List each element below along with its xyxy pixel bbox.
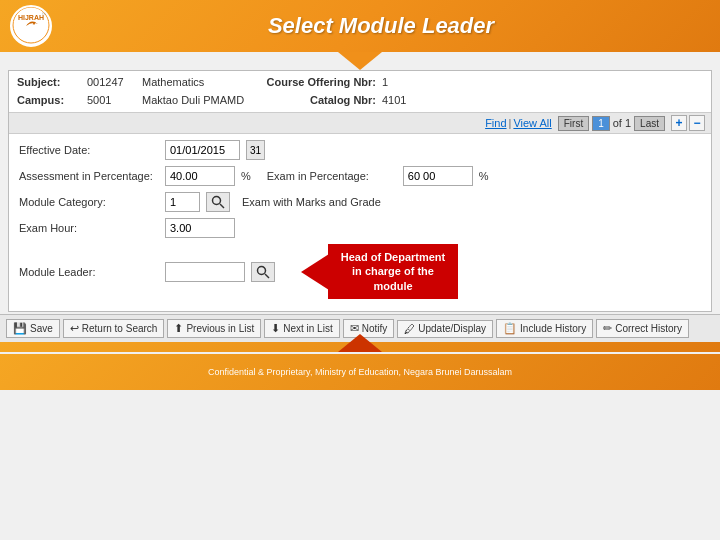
update-button[interactable]: 🖊 Update/Display [397, 320, 493, 338]
subject-info: Subject: 001247 Mathematics Course Offer… [9, 71, 711, 113]
previous-button[interactable]: ⬆ Previous in List [167, 319, 261, 338]
exam-hour-label: Exam Hour: [19, 222, 159, 234]
find-link[interactable]: Find [485, 117, 506, 129]
subject-label: Subject: [17, 74, 87, 92]
previous-icon: ⬆ [174, 322, 183, 335]
tooltip-container: Head of Department in charge of the modu… [301, 244, 458, 299]
module-category-label: Module Category: [19, 196, 159, 208]
save-button[interactable]: 💾 Save [6, 319, 60, 338]
subject-row-2: Campus: 5001 Maktao Duli PMAMD Catalog N… [17, 92, 703, 110]
correct-label: Correct History [615, 323, 682, 334]
assessment-unit: % [241, 170, 251, 182]
expand-btns: + − [671, 115, 705, 131]
svg-line-5 [220, 204, 224, 208]
next-label: Next in List [283, 323, 332, 334]
first-btn[interactable]: First [558, 116, 589, 131]
effective-date-row: Effective Date: 31 [19, 140, 701, 160]
save-label: Save [30, 323, 53, 334]
nav-pagination: First 1 of 1 Last [558, 116, 665, 131]
correct-history-button[interactable]: ✏ Correct History [596, 319, 689, 338]
assessment-row: Assessment in Percentage: % Exam in Perc… [19, 166, 701, 186]
include-history-button[interactable]: 📋 Include History [496, 319, 593, 338]
tooltip-text: Head of Department in charge of the modu… [341, 251, 446, 292]
exam-hour-row: Exam Hour: [19, 218, 701, 238]
update-icon: 🖊 [404, 323, 415, 335]
form-section: Effective Date: 31 Assessment in Percent… [9, 134, 711, 311]
search-icon [211, 195, 225, 209]
nav-links: Find | View All [485, 117, 552, 129]
campus-name: Maktao Duli PMAMD [142, 92, 252, 110]
exam-in-pct-label: Exam in Percentage: [267, 170, 397, 182]
svg-text:HIJRAH: HIJRAH [18, 14, 44, 21]
assessment-input[interactable] [165, 166, 235, 186]
svg-text:™: ™ [42, 11, 47, 17]
tooltip-box: Head of Department in charge of the modu… [328, 244, 458, 299]
last-btn[interactable]: Last [634, 116, 665, 131]
campus-label: Campus: [17, 92, 87, 110]
calendar-btn[interactable]: 31 [246, 140, 265, 160]
module-leader-lookup[interactable] [251, 262, 275, 282]
page-title-area: Select Module Leader [52, 13, 710, 39]
view-all-link[interactable]: View All [513, 117, 551, 129]
module-category-lookup[interactable] [206, 192, 230, 212]
catalog-nbr-val: 4101 [382, 92, 406, 110]
effective-date-input[interactable] [165, 140, 240, 160]
include-icon: 📋 [503, 322, 517, 335]
module-category-input[interactable] [165, 192, 200, 212]
campus-code: 5001 [87, 92, 142, 110]
page-title: Select Module Leader [268, 13, 494, 38]
page-count: of 1 [613, 117, 631, 129]
module-category-row: Module Category: Exam with Marks and Gra… [19, 192, 701, 212]
exam-unit: % [479, 170, 489, 182]
subject-row-1: Subject: 001247 Mathematics Course Offer… [17, 74, 703, 92]
course-offering-label: Course Offering Nbr: [252, 74, 382, 92]
return-label: Return to Search [82, 323, 158, 334]
save-icon: 💾 [13, 322, 27, 335]
expand-btn[interactable]: + [671, 115, 687, 131]
logo-svg: HIJRAH ™ [12, 6, 50, 44]
svg-line-7 [265, 274, 269, 278]
assessment-label: Assessment in Percentage: [19, 170, 159, 182]
header-pointer [338, 52, 382, 70]
subject-name: Mathematics [142, 74, 252, 92]
exam-in-pct-input[interactable] [403, 166, 473, 186]
svg-point-4 [213, 197, 221, 205]
previous-label: Previous in List [186, 323, 254, 334]
notify-label: Notify [362, 323, 388, 334]
module-leader-input[interactable] [165, 262, 245, 282]
search-icon-2 [256, 265, 270, 279]
svg-point-6 [258, 266, 266, 274]
return-icon: ↩ [70, 322, 79, 335]
next-icon: ⬇ [271, 322, 280, 335]
catalog-nbr-label: Catalog Nbr: [252, 92, 382, 110]
red-arrow [301, 254, 329, 290]
footer: Confidential & Proprietary, Ministry of … [0, 354, 720, 390]
logo-area: HIJRAH ™ [10, 5, 52, 47]
exam-with-marks-text: Exam with Marks and Grade [242, 196, 381, 208]
subject-code: 001247 [87, 74, 142, 92]
collapse-btn[interactable]: − [689, 115, 705, 131]
nav-sep: | [509, 117, 512, 129]
nav-bar: Find | View All First 1 of 1 Last + − [9, 113, 711, 134]
update-label: Update/Display [418, 323, 486, 334]
effective-date-label: Effective Date: [19, 144, 159, 156]
footer-pointer [338, 334, 382, 352]
next-button[interactable]: ⬇ Next in List [264, 319, 339, 338]
footer-top-divider [0, 342, 720, 352]
correct-icon: ✏ [603, 322, 612, 335]
page-indicator: 1 [592, 116, 610, 131]
content-wrapper: Subject: 001247 Mathematics Course Offer… [8, 70, 712, 312]
return-button[interactable]: ↩ Return to Search [63, 319, 165, 338]
footer-text: Confidential & Proprietary, Ministry of … [198, 367, 522, 377]
header: HIJRAH ™ Select Module Leader [0, 0, 720, 52]
logo-circle: HIJRAH ™ [10, 5, 52, 47]
module-leader-row: Module Leader: Head of Department in cha… [19, 244, 701, 299]
exam-hour-input[interactable] [165, 218, 235, 238]
include-label: Include History [520, 323, 586, 334]
module-leader-label: Module Leader: [19, 266, 159, 278]
course-offering-val: 1 [382, 74, 388, 92]
